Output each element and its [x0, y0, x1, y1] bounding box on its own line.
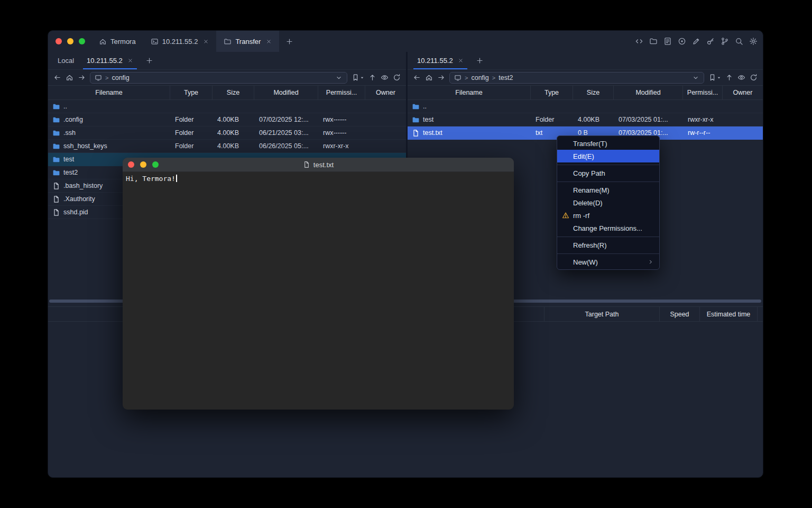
home-button[interactable] — [66, 74, 73, 81]
editor-content[interactable]: Hi, Termora! — [123, 172, 514, 185]
breadcrumb-segment[interactable]: config — [112, 74, 129, 81]
column-owner[interactable]: Owner — [365, 86, 406, 99]
tab-termora[interactable]: Termora — [91, 31, 143, 52]
menu-item-label: Change Permissions... — [573, 224, 642, 232]
new-panel-tab-button[interactable] — [470, 52, 490, 69]
tab-transfer[interactable]: Transfer — [216, 31, 279, 52]
column-speed[interactable]: Speed — [659, 307, 699, 321]
menu-item-copy-path[interactable]: Copy Path — [557, 167, 659, 179]
menu-item-rename-m[interactable]: Rename(M) — [557, 184, 659, 196]
menu-separator — [557, 253, 659, 254]
close-icon — [203, 39, 209, 44]
chevron-down-icon[interactable] — [335, 74, 343, 81]
tab-remote-host[interactable]: 10.211.55.2 — [80, 52, 140, 69]
column-filename[interactable]: Filename — [408, 86, 531, 99]
column-target-path[interactable]: Target Path — [544, 307, 659, 321]
script-icon[interactable] — [663, 37, 672, 46]
forward-button[interactable] — [78, 74, 86, 81]
path-bar[interactable]: > config — [90, 72, 347, 84]
editor-titlebar[interactable]: test.txt — [123, 158, 514, 172]
close-tab-button[interactable] — [127, 58, 133, 64]
folder-icon[interactable] — [649, 37, 658, 46]
show-hidden-files-button[interactable] — [737, 74, 745, 81]
column-size[interactable]: Size — [573, 86, 614, 99]
search-icon[interactable] — [735, 37, 743, 46]
menu-item-change-permissions[interactable]: Change Permissions... — [557, 222, 659, 234]
column-type[interactable]: Type — [531, 86, 573, 99]
file-type: Folder — [531, 116, 573, 123]
file-row[interactable]: ssh_host_keysFolder4.00KB06/26/2025 05:.… — [48, 140, 406, 153]
column-size[interactable]: Size — [213, 86, 254, 99]
context-menu: Transfer(T)Edit(E)Copy PathRename(M)Dele… — [557, 135, 660, 270]
menu-item-new-w[interactable]: New(W) — [557, 256, 659, 268]
code-icon[interactable] — [635, 37, 643, 46]
file-row[interactable]: .. — [48, 100, 406, 113]
pencil-icon[interactable] — [692, 37, 700, 46]
file-row[interactable]: .sshFolder4.00KB06/21/2025 03:...rwx----… — [48, 126, 406, 140]
home-button[interactable] — [425, 74, 433, 81]
close-tab-button[interactable] — [266, 39, 272, 44]
back-button[interactable] — [53, 74, 61, 81]
column-permissions[interactable]: Permissi... — [683, 86, 723, 99]
bookmark-button[interactable] — [352, 74, 364, 81]
chevron-down-icon[interactable] — [692, 74, 699, 81]
navigation-bar: > config — [48, 70, 406, 85]
window-controls — [48, 31, 85, 52]
breadcrumb-segment[interactable]: config — [471, 74, 488, 81]
close-tab-button[interactable] — [203, 39, 209, 44]
column-filename[interactable]: Filename — [48, 86, 170, 99]
column-type[interactable]: Type — [170, 86, 213, 99]
column-estimated-time[interactable]: Estimated time — [699, 307, 758, 321]
editor-title-text: test.txt — [313, 161, 334, 169]
breadcrumb-segment[interactable]: test2 — [499, 74, 513, 81]
minimize-window-button[interactable] — [67, 38, 73, 44]
show-hidden-files-button[interactable] — [381, 74, 389, 81]
close-tab-button[interactable] — [458, 58, 464, 64]
menu-item-delete-d[interactable]: Delete(D) — [557, 196, 659, 209]
tab-host[interactable]: 10.211.55.2 — [143, 31, 217, 52]
up-directory-button[interactable] — [368, 74, 376, 81]
record-icon[interactable] — [678, 37, 686, 46]
column-modified[interactable]: Modified — [254, 86, 318, 99]
file-size: 4.00KB — [573, 116, 614, 123]
key-icon[interactable] — [706, 37, 715, 46]
menu-item-label: Transfer(T) — [573, 140, 607, 148]
column-permissions[interactable]: Permissi... — [318, 86, 365, 99]
tab-label: 10.211.55.2 — [162, 38, 198, 46]
folder-icon — [52, 103, 60, 111]
file-row[interactable]: .. — [408, 100, 763, 113]
file-row[interactable]: testFolder4.00KB07/03/2025 01:...rwxr-xr… — [408, 113, 763, 126]
new-panel-tab-button[interactable] — [140, 52, 159, 69]
new-tab-button[interactable] — [279, 31, 300, 52]
folder-icon — [52, 142, 60, 150]
zoom-window-button[interactable] — [79, 38, 85, 44]
menu-item-transfer-t[interactable]: Transfer(T) — [557, 137, 659, 150]
path-bar[interactable]: > config > test2 — [449, 72, 704, 84]
file-list: ..testFolder4.00KB07/03/2025 01:...rwxr-… — [408, 100, 763, 140]
column-owner[interactable]: Owner — [723, 86, 763, 99]
branch-icon[interactable] — [721, 37, 729, 46]
column-modified[interactable]: Modified — [614, 86, 683, 99]
tab-remote-host[interactable]: 10.211.55.2 — [411, 52, 470, 69]
refresh-button[interactable] — [750, 74, 758, 81]
panel-tab-bar: Local 10.211.55.2 — [48, 52, 406, 70]
back-button[interactable] — [413, 74, 421, 81]
settings-icon[interactable] — [749, 37, 758, 46]
menu-separator — [557, 165, 659, 165]
close-window-button[interactable] — [56, 38, 62, 44]
file-size: 4.00KB — [213, 142, 254, 150]
menu-item-rm-rf[interactable]: rm -rf — [557, 209, 659, 222]
folder-icon — [224, 38, 232, 46]
menu-item-refresh-r[interactable]: Refresh(R) — [557, 239, 659, 251]
refresh-button[interactable] — [393, 74, 401, 81]
bookmark-button[interactable] — [708, 74, 721, 81]
forward-button[interactable] — [437, 74, 445, 81]
up-directory-button[interactable] — [725, 74, 733, 81]
file-icon — [52, 195, 60, 203]
menu-item-edit-e[interactable]: Edit(E) — [557, 150, 659, 162]
file-row[interactable]: .configFolder4.00KB07/02/2025 12:...rwx-… — [48, 113, 406, 126]
filename-cell: .. — [408, 103, 531, 111]
tab-local[interactable]: Local — [51, 52, 80, 69]
warning-icon — [562, 212, 569, 219]
tab-label: Transfer — [235, 38, 261, 46]
